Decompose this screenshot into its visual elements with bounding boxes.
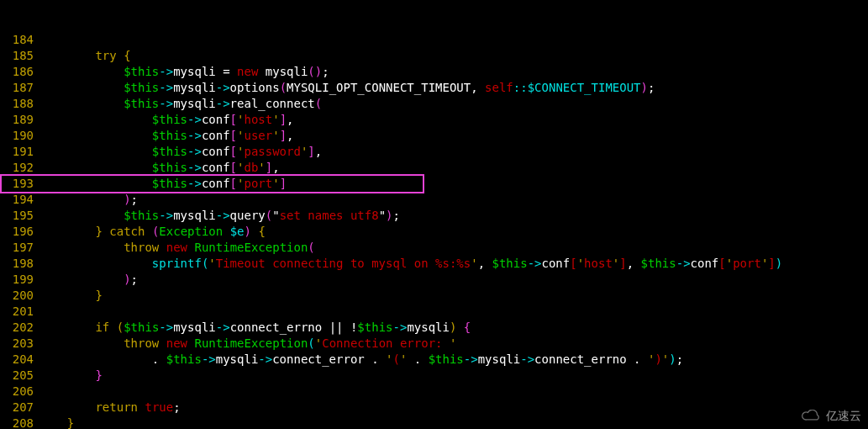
code-content[interactable]: $this->conf['db'], [39,160,868,176]
line-number: 199 [0,272,39,288]
code-line[interactable]: 187 $this->mysqli->options(MYSQLI_OPT_CO… [0,80,868,96]
code-content[interactable] [39,304,868,320]
code-editor[interactable]: 184185 try {186 $this->mysqli = new mysq… [0,0,868,429]
code-line[interactable]: 204 . $this->mysqli->connect_error . '('… [0,352,868,368]
line-number: 204 [0,352,39,368]
code-content[interactable] [39,32,868,48]
code-line[interactable]: 188 $this->mysqli->real_connect( [0,96,868,112]
code-line[interactable]: 194 ); [0,192,868,208]
code-line[interactable]: 208 } [0,416,868,429]
watermark: 亿速云 [801,408,861,424]
line-number: 184 [0,32,39,48]
code-line[interactable]: 196 } catch (Exception $e) { [0,224,868,240]
code-content[interactable]: sprintf('Timeout connecting to mysql on … [39,256,868,272]
line-number: 186 [0,64,39,80]
code-content[interactable]: return true; [39,400,868,416]
code-content[interactable]: $this->conf['port'] [39,176,868,192]
code-content[interactable]: } [39,288,868,304]
code-line[interactable]: 206 [0,384,868,400]
line-number: 203 [0,336,39,352]
code-content[interactable]: $this->mysqli->options(MYSQLI_OPT_CONNEC… [39,80,868,96]
code-content[interactable]: $this->mysqli->real_connect( [39,96,868,112]
line-number: 189 [0,112,39,128]
line-number: 197 [0,240,39,256]
code-content[interactable]: $this->conf['user'], [39,128,868,144]
line-number: 196 [0,224,39,240]
code-content[interactable]: ); [39,272,868,288]
code-content[interactable]: } [39,368,868,384]
line-number: 191 [0,144,39,160]
line-number: 193 [0,176,39,192]
line-number: 208 [0,416,39,429]
line-number: 207 [0,400,39,416]
code-line[interactable]: 201 [0,304,868,320]
code-line[interactable]: 203 throw new RuntimeException('Connecti… [0,336,868,352]
code-content[interactable]: if ($this->mysqli->connect_errno || !$th… [39,320,868,336]
cloud-icon [801,410,823,423]
code-content[interactable]: . $this->mysqli->connect_error . '(' . $… [39,352,868,368]
code-line[interactable]: 192 $this->conf['db'], [0,160,868,176]
code-line[interactable]: 195 $this->mysqli->query("set names utf8… [0,208,868,224]
code-content[interactable]: throw new RuntimeException( [39,240,868,256]
line-number: 194 [0,192,39,208]
code-content[interactable]: $this->conf['host'], [39,112,868,128]
code-content[interactable]: $this->mysqli = new mysqli(); [39,64,868,80]
line-number: 190 [0,128,39,144]
line-number: 200 [0,288,39,304]
code-line[interactable]: 191 $this->conf['password'], [0,144,868,160]
code-content[interactable]: } [39,416,868,429]
code-line[interactable]: 197 throw new RuntimeException( [0,240,868,256]
code-line[interactable]: 193 $this->conf['port'] [0,176,868,192]
code-line[interactable]: 207 return true; [0,400,868,416]
line-number: 187 [0,80,39,96]
code-content[interactable]: throw new RuntimeException('Connection e… [39,336,868,352]
code-line[interactable]: 189 $this->conf['host'], [0,112,868,128]
watermark-text: 亿速云 [826,408,861,424]
code-line[interactable]: 190 $this->conf['user'], [0,128,868,144]
code-content[interactable]: ); [39,192,868,208]
code-content[interactable]: try { [39,48,868,64]
line-number: 192 [0,160,39,176]
line-number: 185 [0,48,39,64]
line-number: 188 [0,96,39,112]
line-number: 198 [0,256,39,272]
line-number: 205 [0,368,39,384]
code-line[interactable]: 184 [0,32,868,48]
line-number: 206 [0,384,39,400]
code-line[interactable]: 198 sprintf('Timeout connecting to mysql… [0,256,868,272]
code-content[interactable]: } catch (Exception $e) { [39,224,868,240]
line-number: 201 [0,304,39,320]
line-number: 202 [0,320,39,336]
code-line[interactable]: 186 $this->mysqli = new mysqli(); [0,64,868,80]
line-number: 195 [0,208,39,224]
code-line[interactable]: 199 ); [0,272,868,288]
code-content[interactable]: $this->mysqli->query("set names utf8"); [39,208,868,224]
code-line[interactable]: 200 } [0,288,868,304]
code-line[interactable]: 202 if ($this->mysqli->connect_errno || … [0,320,868,336]
code-content[interactable]: $this->conf['password'], [39,144,868,160]
code-line[interactable]: 185 try { [0,48,868,64]
code-line[interactable]: 205 } [0,368,868,384]
code-content[interactable] [39,384,868,400]
